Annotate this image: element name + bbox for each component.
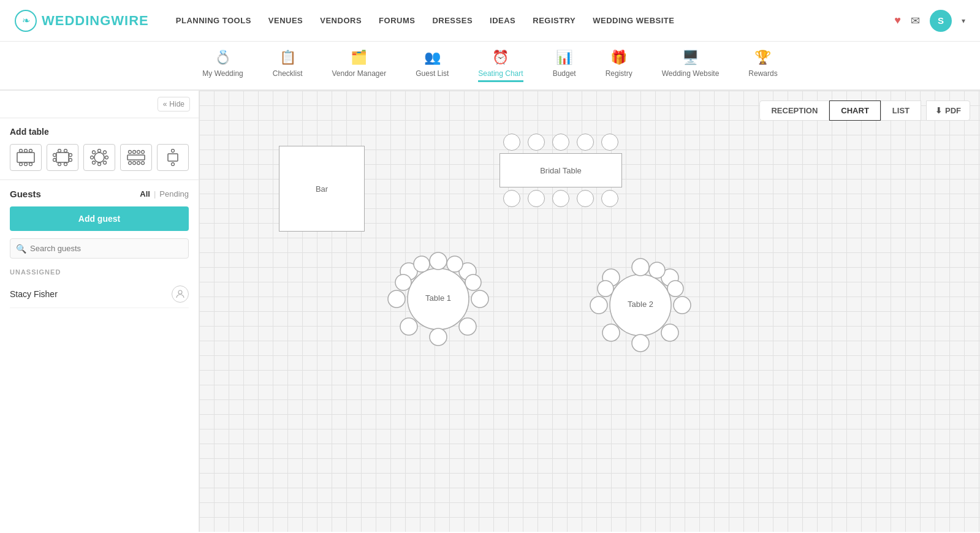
svg-point-21: [91, 156, 94, 159]
user-menu-chevron[interactable]: ▾: [962, 17, 965, 25]
svg-point-34: [137, 162, 140, 165]
bridal-seats-bottom: [499, 190, 622, 207]
nav-item-budget-label: Budget: [553, 69, 576, 78]
nav-item-rewards-label: Rewards: [748, 69, 777, 78]
round-table-icon: [89, 149, 109, 166]
nav-item-guest-list[interactable]: 👥 Guest List: [416, 50, 449, 82]
other-table-icon: [163, 149, 183, 166]
nav-item-my-wedding[interactable]: 💍 My Wedding: [202, 50, 243, 82]
nav-wedding-website[interactable]: WEDDING WEBSITE: [593, 16, 674, 25]
list-button[interactable]: LIST: [881, 100, 921, 121]
seat: [601, 134, 618, 151]
long-table-icon: [126, 149, 146, 166]
nav-planning-tools[interactable]: PLANNING TOOLS: [176, 16, 251, 25]
square-table-icon: [53, 149, 72, 166]
main-content: « Hide Add table: [0, 91, 980, 532]
nav-dresses[interactable]: DRESSES: [432, 16, 473, 25]
sidebar: « Hide Add table: [0, 91, 199, 532]
nav-item-registry[interactable]: 🎁 Registry: [606, 50, 632, 82]
chart-button[interactable]: CHART: [829, 100, 881, 121]
svg-point-26: [104, 161, 107, 164]
svg-point-25: [93, 161, 96, 164]
svg-point-15: [53, 159, 56, 162]
nav-item-checklist[interactable]: 📋 Checklist: [273, 50, 303, 82]
pdf-download-icon: ⬇: [935, 106, 942, 115]
svg-point-24: [104, 151, 107, 154]
wedding-website-icon: 🖥️: [682, 50, 699, 66]
user-avatar[interactable]: S: [930, 10, 952, 32]
svg-point-62: [649, 262, 665, 278]
svg-point-16: [69, 154, 72, 157]
svg-point-56: [674, 297, 691, 314]
svg-point-51: [414, 256, 430, 272]
favorites-icon[interactable]: ♥: [894, 14, 901, 27]
nav-venues[interactable]: VENUES: [268, 16, 303, 25]
filter-all[interactable]: All: [140, 189, 150, 198]
add-long-table-button[interactable]: [120, 144, 152, 171]
seating-canvas[interactable]: RECEPTION CHART LIST ⬇ PDF Bar Bridal Ta…: [199, 91, 980, 532]
add-other-table-button[interactable]: [157, 144, 189, 171]
nav-registry[interactable]: REGISTRY: [533, 16, 575, 25]
svg-point-57: [661, 324, 678, 341]
svg-point-44: [459, 318, 476, 335]
vendor-manager-icon: 🗂️: [351, 50, 367, 66]
nav-item-vendor-manager-label: Vendor Manager: [332, 69, 386, 78]
table-1-svg: Table 1: [377, 238, 499, 360]
svg-rect-2: [17, 153, 34, 162]
bar-table[interactable]: Bar: [279, 146, 365, 232]
add-square-table-button[interactable]: [47, 144, 78, 171]
svg-point-20: [98, 163, 101, 166]
seat: [552, 190, 569, 207]
nav-item-wedding-website[interactable]: 🖥️ Wedding Website: [662, 50, 720, 82]
nav-item-rewards[interactable]: 🏆 Rewards: [748, 50, 777, 82]
guests-title: Guests: [10, 189, 41, 199]
nav-vendors[interactable]: VENDORS: [320, 16, 362, 25]
search-input[interactable]: [10, 238, 189, 259]
svg-point-46: [400, 318, 417, 335]
seat: [528, 134, 545, 151]
messages-icon[interactable]: ✉: [911, 14, 920, 28]
svg-point-45: [430, 328, 447, 346]
seat: [577, 134, 594, 151]
guests-section: Guests All | Pending Add guest 🔍 UNASSIG…: [0, 180, 199, 532]
nav-item-checklist-label: Checklist: [273, 69, 303, 78]
nav-forums[interactable]: FORUMS: [379, 16, 415, 25]
nav-ideas[interactable]: IDEAS: [490, 16, 515, 25]
add-rectangular-table-button[interactable]: [10, 144, 42, 171]
svg-rect-27: [127, 155, 145, 160]
hide-sidebar-button[interactable]: « Hide: [158, 97, 190, 112]
second-navigation: 💍 My Wedding 📋 Checklist 🗂️ Vendor Manag…: [0, 42, 980, 91]
nav-item-wedding-website-label: Wedding Website: [662, 69, 720, 78]
reception-button[interactable]: RECEPTION: [759, 100, 829, 121]
nav-item-budget[interactable]: 📊 Budget: [553, 50, 576, 82]
guests-header: Guests All | Pending: [10, 189, 189, 199]
svg-point-64: [598, 281, 613, 297]
seat: [528, 190, 545, 207]
bridal-table[interactable]: Bridal Table: [499, 134, 622, 207]
search-icon: 🔍: [16, 244, 26, 254]
logo[interactable]: ❧ WEDDINGWIRE: [15, 10, 149, 32]
guest-list-icon: 👥: [424, 50, 441, 66]
table-2[interactable]: Table 2: [579, 244, 702, 369]
add-guest-button[interactable]: Add guest: [10, 206, 189, 231]
table-1[interactable]: Table 1: [377, 238, 499, 363]
table-2-svg: Table 2: [579, 244, 702, 366]
filter-pending[interactable]: Pending: [159, 189, 189, 198]
svg-point-13: [64, 163, 67, 166]
svg-point-43: [471, 290, 488, 308]
nav-item-vendor-manager[interactable]: 🗂️ Vendor Manager: [332, 50, 386, 82]
pdf-button[interactable]: ⬇ PDF: [926, 100, 970, 121]
nav-item-seating-chart[interactable]: ⏰ Seating Chart: [478, 50, 523, 82]
hide-label: Hide: [169, 100, 184, 108]
svg-point-54: [632, 259, 649, 276]
search-wrapper: 🔍: [10, 238, 189, 259]
svg-point-5: [29, 149, 32, 153]
svg-point-58: [632, 335, 649, 352]
svg-point-32: [129, 162, 132, 165]
unassigned-label: UNASSIGNED: [10, 268, 189, 276]
rectangular-table-icon: [16, 149, 36, 166]
registry-icon: 🎁: [610, 50, 627, 66]
svg-point-35: [142, 162, 145, 165]
svg-point-33: [133, 162, 136, 165]
add-round-table-button[interactable]: [83, 144, 115, 171]
